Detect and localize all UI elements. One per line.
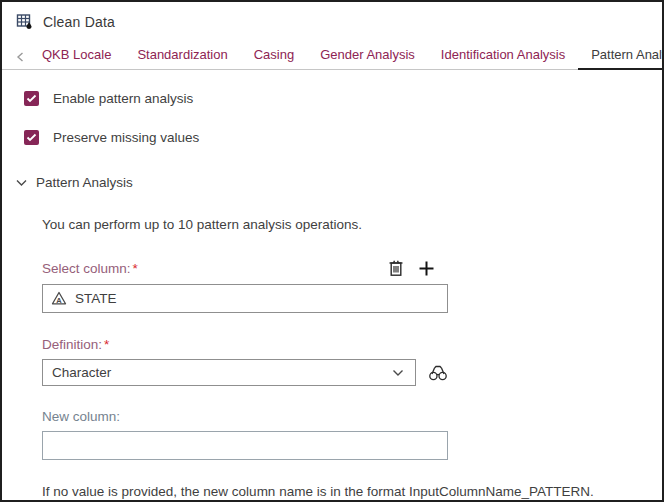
- operations-hint-text: You can perform up to 10 pattern analysi…: [42, 217, 662, 232]
- character-type-icon: A: [51, 291, 67, 306]
- definition-combo-row: Character: [42, 359, 662, 386]
- new-column-label: New column:: [42, 409, 120, 424]
- tab-identification-analysis[interactable]: Identification Analysis: [428, 47, 578, 69]
- clean-data-panel: Clean Data QKB Locale Standardization Ca…: [0, 0, 664, 502]
- definition-label: Definition:: [42, 337, 102, 352]
- chevron-down-icon: [16, 179, 27, 187]
- pattern-analysis-section-body: You can perform up to 10 pattern analysi…: [42, 217, 662, 499]
- delete-operation-button[interactable]: [388, 259, 404, 277]
- select-column-value: STATE: [75, 291, 117, 306]
- tab-gender-analysis[interactable]: Gender Analysis: [307, 47, 428, 69]
- select-column-required-marker: *: [133, 261, 138, 276]
- definition-selected-value: Character: [52, 365, 111, 380]
- tab-bar: QKB Locale Standardization Casing Gender…: [2, 43, 662, 70]
- svg-text:A: A: [56, 296, 62, 305]
- new-column-label-row: New column:: [42, 409, 448, 424]
- chevron-down-icon: [392, 369, 404, 377]
- enable-pattern-analysis-checkbox[interactable]: [24, 91, 39, 106]
- select-column-label-row: Select column: *: [42, 259, 448, 277]
- pattern-analysis-section-title: Pattern Analysis: [36, 175, 133, 190]
- panel-header: Clean Data: [2, 2, 662, 31]
- definition-dropdown[interactable]: Character: [42, 359, 416, 386]
- add-operation-button[interactable]: [418, 260, 435, 277]
- tab-content: Enable pattern analysis Preserve missing…: [2, 91, 662, 499]
- tab-standardization[interactable]: Standardization: [124, 47, 240, 69]
- tab-pattern-analysis[interactable]: Pattern Analysis: [578, 47, 664, 70]
- naming-format-note: If no value is provided, the new column …: [42, 484, 662, 499]
- definition-required-marker: *: [104, 337, 109, 352]
- preserve-missing-values-label: Preserve missing values: [53, 130, 199, 145]
- pattern-analysis-section-toggle[interactable]: Pattern Analysis: [16, 175, 662, 190]
- select-column-label: Select column:: [42, 261, 131, 276]
- tab-casing[interactable]: Casing: [241, 47, 307, 69]
- definition-label-row: Definition: *: [42, 337, 448, 352]
- new-column-input[interactable]: [42, 431, 448, 460]
- tab-qkb-locale[interactable]: QKB Locale: [29, 47, 124, 69]
- panel-title: Clean Data: [43, 14, 115, 30]
- preserve-missing-values-row: Preserve missing values: [24, 130, 662, 145]
- tabs-scroll-left-icon[interactable]: [16, 52, 29, 69]
- clean-data-icon: [16, 13, 34, 31]
- enable-pattern-analysis-row: Enable pattern analysis: [24, 91, 662, 106]
- select-column-field[interactable]: A STATE: [42, 284, 448, 313]
- enable-pattern-analysis-label: Enable pattern analysis: [53, 91, 193, 106]
- preserve-missing-values-checkbox[interactable]: [24, 130, 39, 145]
- browse-definitions-button[interactable]: [427, 364, 449, 382]
